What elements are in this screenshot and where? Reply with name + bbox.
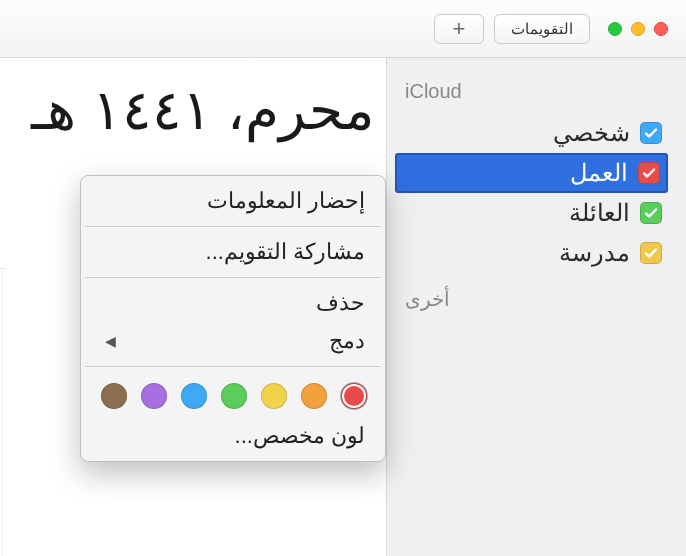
menu-merge[interactable]: دمج ◀ [81, 322, 385, 360]
menu-delete[interactable]: حذف [81, 284, 385, 322]
zoom-icon[interactable] [608, 22, 622, 36]
calendar-label: العائلة [569, 199, 630, 227]
color-swatch[interactable] [221, 383, 247, 409]
calendar-label: شخصي [553, 119, 630, 147]
minimize-icon[interactable] [631, 22, 645, 36]
color-swatch[interactable] [261, 383, 287, 409]
color-swatch[interactable] [101, 383, 127, 409]
calendar-item[interactable]: شخصي [395, 113, 668, 153]
menu-custom-color[interactable]: لون مخصص... [81, 417, 385, 455]
menu-separator [85, 226, 381, 227]
calendar-item[interactable]: العائلة [395, 193, 668, 233]
menu-separator [85, 366, 381, 367]
color-swatch[interactable] [181, 383, 207, 409]
titlebar: التقويمات + [0, 0, 686, 58]
calendar-grid [0, 268, 6, 556]
calendar-label: مدرسة [559, 239, 630, 267]
calendar-checkbox[interactable] [640, 122, 662, 144]
close-icon[interactable] [654, 22, 668, 36]
submenu-arrow-icon: ◀ [105, 333, 116, 349]
context-menu: إحضار المعلومات مشاركة التقويم... حذف دم… [80, 175, 386, 462]
color-swatch[interactable] [141, 383, 167, 409]
menu-merge-label: دمج [329, 328, 365, 354]
window-controls [608, 22, 668, 36]
color-swatch[interactable] [341, 383, 367, 409]
calendar-checkbox[interactable] [638, 162, 660, 184]
sidebar: iCloud شخصيالعملالعائلةمدرسة أخرى [386, 58, 686, 556]
calendar-checkbox[interactable] [640, 202, 662, 224]
menu-get-info[interactable]: إحضار المعلومات [81, 182, 385, 220]
calendars-button[interactable]: التقويمات [494, 14, 590, 44]
color-swatch[interactable] [301, 383, 327, 409]
group-label-icloud: iCloud [395, 80, 668, 103]
menu-separator [85, 277, 381, 278]
calendar-label: العمل [570, 159, 628, 187]
calendar-checkbox[interactable] [640, 242, 662, 264]
calendar-item[interactable]: العمل [395, 153, 668, 193]
month-title: محرم، ١٤٤١ هـ [0, 78, 386, 142]
app-window: التقويمات + iCloud شخصيالعملالعائلةمدرسة… [0, 0, 686, 556]
add-button[interactable]: + [434, 14, 484, 44]
group-label-other: أخرى [395, 287, 668, 311]
menu-share-calendar[interactable]: مشاركة التقويم... [81, 233, 385, 271]
calendar-item[interactable]: مدرسة [395, 233, 668, 273]
color-row [81, 373, 385, 417]
